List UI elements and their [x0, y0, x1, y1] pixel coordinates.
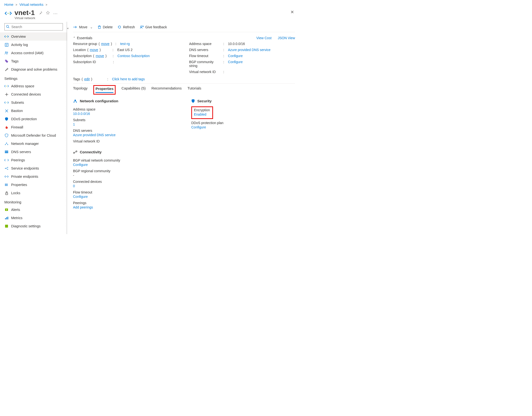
- breadcrumb-home[interactable]: Home: [4, 3, 13, 7]
- sidebar-item-label: Overview: [11, 35, 26, 39]
- nc-addr-value[interactable]: 10.0.0.0/16: [73, 112, 90, 116]
- svg-rect-42: [6, 210, 7, 211]
- chevron-up-icon: ⌃: [73, 36, 76, 40]
- sidebar-item-locks[interactable]: Locks: [0, 189, 67, 197]
- move-button[interactable]: Move⌄: [73, 25, 93, 29]
- sidebar-item-address-space[interactable]: Address space: [0, 82, 67, 90]
- tab-capabilities[interactable]: Capabilities (5): [121, 86, 146, 95]
- svg-point-19: [6, 102, 6, 103]
- feedback-label: Give feedback: [145, 25, 167, 29]
- bgp-value[interactable]: Configure: [228, 60, 243, 64]
- sec-enc-value[interactable]: Enabled: [194, 112, 206, 116]
- svg-line-55: [74, 101, 76, 102]
- sidebar-item-dns[interactable]: DNS servers: [0, 148, 67, 156]
- sidebar-item-alerts[interactable]: Alerts: [0, 206, 67, 214]
- svg-line-56: [75, 101, 76, 102]
- sidebar-section-settings: Settings: [0, 74, 67, 82]
- sidebar-item-peerings[interactable]: Peerings: [0, 156, 67, 164]
- subscription-move-link[interactable]: move: [96, 54, 104, 58]
- sidebar-item-tags[interactable]: Tags: [0, 57, 67, 65]
- rg-move-link[interactable]: move: [101, 42, 109, 46]
- nc-subnets-label: Subnets: [73, 118, 177, 122]
- tab-tutorials[interactable]: Tutorials: [187, 86, 201, 95]
- sidebar-item-bastion[interactable]: Bastion: [0, 107, 67, 115]
- svg-point-52: [75, 100, 76, 101]
- json-view-link[interactable]: JSON View: [278, 36, 295, 40]
- sidebar-item-network-manager[interactable]: Network manager: [0, 140, 67, 148]
- sidebar-item-label: Firewall: [11, 125, 23, 129]
- nc-dns-value[interactable]: Azure provided DNS service: [73, 133, 116, 137]
- svg-line-33: [6, 168, 8, 169]
- refresh-button[interactable]: Refresh: [117, 25, 135, 29]
- close-icon[interactable]: ✕: [290, 10, 294, 15]
- wrench-icon: [4, 67, 9, 72]
- search-icon: [6, 25, 10, 28]
- conn-flow-value[interactable]: Configure: [73, 195, 88, 199]
- tags-edit-link[interactable]: edit: [84, 77, 90, 81]
- star-icon[interactable]: [46, 11, 50, 16]
- conn-dev-value[interactable]: 0: [73, 184, 75, 188]
- location-move-link[interactable]: move: [90, 48, 98, 52]
- tab-recommendations[interactable]: Recommendations: [151, 86, 182, 95]
- sidebar-item-label: Bastion: [11, 109, 23, 113]
- svg-rect-28: [5, 151, 8, 152]
- chevron-down-icon: ⌄: [90, 25, 93, 29]
- conn-peerings-value[interactable]: Add peerings: [73, 205, 93, 209]
- sidebar-item-properties[interactable]: Properties: [0, 181, 67, 189]
- collapse-sidebar-icon[interactable]: «: [67, 27, 68, 30]
- vnetid-label: Virtual network ID: [189, 70, 222, 74]
- flow-label: Flow timeout: [189, 54, 222, 58]
- sidebar-item-metrics[interactable]: Metrics: [0, 214, 67, 222]
- sidebar-item-label: Private endpoints: [11, 175, 38, 178]
- sidebar-item-iam[interactable]: Access control (IAM): [0, 49, 67, 57]
- breadcrumb-vnets[interactable]: Virtual networks: [19, 3, 43, 7]
- sidebar-item-private-endpoints[interactable]: Private endpoints: [0, 173, 67, 181]
- nc-subnets-value[interactable]: 1: [73, 122, 75, 126]
- essentials-toggle[interactable]: ⌃ Essentials: [73, 36, 92, 40]
- tab-properties[interactable]: Properties: [95, 87, 114, 93]
- conn-bgpvnet-value[interactable]: Configure: [73, 163, 88, 167]
- sidebar-item-diagnose[interactable]: Diagnose and solve problems: [0, 65, 67, 74]
- address-space-label: Address space: [189, 42, 222, 46]
- svg-line-59: [75, 152, 76, 153]
- lock-icon: [4, 191, 9, 195]
- diagnostic-settings-icon: [4, 224, 9, 228]
- feedback-button[interactable]: Give feedback: [140, 25, 167, 29]
- svg-point-4: [6, 36, 7, 37]
- command-bar: Move⌄ Delete Refresh Give feedback: [73, 24, 295, 32]
- svg-rect-44: [6, 217, 7, 219]
- more-icon[interactable]: ⋯: [53, 11, 58, 16]
- tags-add-link[interactable]: Click here to add tags: [112, 77, 145, 81]
- flow-value[interactable]: Configure: [228, 54, 243, 58]
- sidebar-item-label: Address space: [11, 84, 34, 88]
- delete-button[interactable]: Delete: [98, 25, 113, 29]
- sidebar-item-connected-devices[interactable]: Connected devices: [0, 90, 67, 98]
- subscription-value[interactable]: Contoso Subscription: [117, 54, 150, 58]
- svg-line-27: [7, 143, 8, 144]
- dns-value[interactable]: Azure provided DNS service: [228, 48, 271, 52]
- svg-point-5: [7, 36, 7, 37]
- rg-value[interactable]: test-rg: [120, 42, 130, 46]
- sidebar-item-label: DNS servers: [11, 150, 31, 154]
- sec-ddos-label: DDoS protection plan: [191, 121, 295, 125]
- sidebar-item-label: Properties: [11, 183, 27, 187]
- sidebar-item-subnets[interactable]: Subnets: [0, 98, 67, 107]
- search-input[interactable]: [4, 23, 63, 30]
- content: Move⌄ Delete Refresh Give feedback ⌃ Ess…: [67, 22, 299, 234]
- sidebar-item-diagnostic-settings[interactable]: Diagnostic settings: [0, 222, 67, 230]
- view-cost-link[interactable]: View Cost: [256, 36, 272, 40]
- sidebar-item-firewall[interactable]: Firewall: [0, 123, 67, 131]
- sidebar-item-defender[interactable]: Microsoft Defender for Cloud: [0, 131, 67, 140]
- network-config-icon: [73, 99, 77, 103]
- sec-ddos-value[interactable]: Configure: [191, 125, 206, 129]
- sidebar-item-overview[interactable]: Overview: [0, 32, 67, 41]
- sidebar-item-label: Tags: [11, 59, 19, 63]
- pin-icon[interactable]: [39, 11, 43, 16]
- tab-topology[interactable]: Topology: [73, 86, 87, 95]
- sidebar-item-label: Peerings: [11, 158, 25, 162]
- sidebar-item-ddos[interactable]: DDoS protection: [0, 115, 67, 123]
- page-header: vnet-1 Virtual network ⋯ ✕: [0, 8, 299, 22]
- sidebar-item-service-endpoints[interactable]: Service endpoints: [0, 164, 67, 173]
- sidebar-item-activity-log[interactable]: Activity log: [0, 41, 67, 49]
- move-label: Move: [79, 25, 87, 29]
